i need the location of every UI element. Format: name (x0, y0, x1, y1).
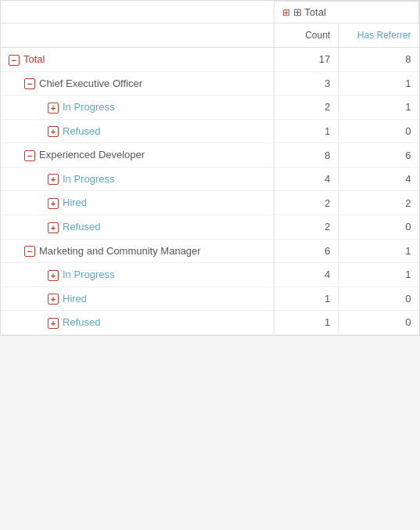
row-count: 1 (274, 311, 338, 335)
collapse-icon[interactable]: − (24, 150, 35, 161)
expand-icon[interactable]: + (48, 198, 59, 209)
row-label-text: Hired (63, 196, 87, 208)
row-count: 2 (274, 96, 338, 120)
row-referrer: 1 (339, 239, 419, 263)
table-row[interactable]: +Refused10 (1, 119, 419, 143)
table-row[interactable]: −Chief Executive Officer31 (1, 71, 419, 96)
row-referrer: 2 (339, 191, 419, 215)
row-label-text: Chief Executive Officer (39, 78, 142, 89)
row-count: 4 (274, 167, 338, 191)
count-col-header: Count (274, 23, 338, 48)
row-count: 1 (274, 119, 338, 143)
expand-icon[interactable]: + (48, 174, 59, 185)
row-count: 6 (274, 239, 338, 263)
table-row[interactable]: +In Progress21 (1, 96, 419, 120)
collapse-icon[interactable]: − (9, 55, 20, 66)
table-row[interactable]: +In Progress41 (1, 263, 419, 287)
expand-icon[interactable]: + (48, 270, 59, 281)
row-referrer: 8 (339, 48, 419, 72)
table-row[interactable]: +Refused10 (1, 311, 419, 335)
row-label[interactable]: +Hired (1, 287, 274, 311)
row-referrer: 1 (339, 71, 419, 96)
table-row[interactable]: −Experienced Developer86 (1, 143, 419, 168)
pivot-table: ⊞⊞ Total Count Has Referrer −Total178−Ch… (0, 0, 420, 336)
referrer-col-header: Has Referrer (339, 23, 419, 48)
row-count: 17 (274, 48, 338, 72)
row-label[interactable]: +Refused (1, 215, 274, 239)
row-label[interactable]: −Marketing and Community Manager (1, 239, 274, 263)
row-referrer: 1 (339, 263, 419, 287)
row-referrer: 4 (339, 167, 419, 191)
row-label[interactable]: +Refused (1, 119, 274, 143)
table-row[interactable]: −Marketing and Community Manager61 (1, 239, 419, 263)
row-label-text: Total (23, 53, 45, 65)
row-label[interactable]: +In Progress (1, 263, 274, 287)
row-count: 1 (274, 287, 338, 311)
row-referrer: 0 (339, 119, 419, 143)
row-label-text: In Progress (63, 269, 114, 280)
row-referrer: 0 (339, 287, 419, 311)
row-label-text: Hired (63, 293, 87, 305)
row-referrer: 0 (339, 215, 419, 239)
header-columns-row: Count Has Referrer (1, 23, 419, 48)
table-row[interactable]: +Hired22 (1, 191, 419, 215)
table-row[interactable]: +In Progress44 (1, 167, 419, 191)
expand-icon[interactable]: + (48, 103, 59, 114)
row-label[interactable]: −Total (1, 48, 274, 72)
row-label[interactable]: −Chief Executive Officer (1, 71, 274, 96)
expand-icon[interactable]: + (48, 126, 59, 137)
row-referrer: 6 (339, 143, 419, 168)
row-label-text: In Progress (63, 173, 114, 185)
row-referrer: 0 (339, 311, 419, 335)
row-count: 2 (274, 191, 338, 215)
table-row[interactable]: +Hired10 (1, 287, 419, 311)
row-label[interactable]: +Hired (1, 191, 274, 215)
table-row[interactable]: −Total178 (1, 48, 419, 72)
row-label[interactable]: +Refused (1, 311, 274, 335)
row-count: 3 (274, 71, 338, 96)
row-label[interactable]: +In Progress (1, 96, 274, 120)
header-group-row: ⊞⊞ Total (1, 2, 419, 23)
row-label-text: Refused (63, 125, 100, 137)
row-count: 4 (274, 263, 338, 287)
collapse-icon[interactable]: − (24, 78, 35, 89)
row-label[interactable]: −Experienced Developer (1, 143, 274, 168)
row-label-text: Refused (63, 316, 100, 328)
row-count: 2 (274, 215, 338, 239)
row-label-text: Experienced Developer (39, 149, 145, 160)
label-header (1, 2, 274, 23)
table-row[interactable]: +Refused20 (1, 215, 419, 239)
expand-icon[interactable]: + (48, 318, 59, 329)
expand-icon[interactable]: + (48, 222, 59, 233)
row-label-text: In Progress (63, 101, 114, 113)
empty-col-header (1, 23, 274, 48)
row-count: 8 (274, 143, 338, 168)
total-group-header: ⊞⊞ Total (274, 2, 418, 23)
collapse-icon[interactable]: − (24, 246, 35, 257)
row-label-text: Marketing and Community Manager (39, 245, 201, 257)
expand-icon[interactable]: + (48, 294, 59, 305)
row-referrer: 1 (339, 96, 419, 120)
plus-icon: ⊞ (282, 7, 290, 18)
row-label-text: Refused (63, 221, 100, 233)
row-label[interactable]: +In Progress (1, 167, 274, 191)
